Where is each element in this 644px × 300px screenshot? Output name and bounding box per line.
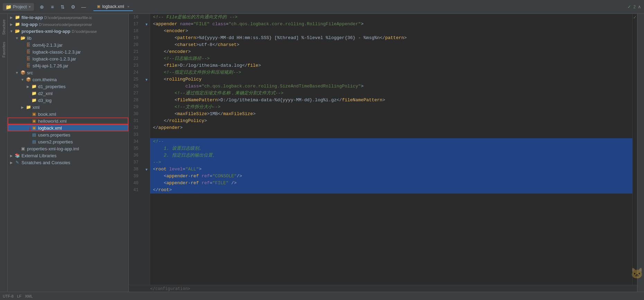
editor-right-gutter: ✓ (632, 14, 637, 285)
gutter-fold-25[interactable]: ▼ (143, 76, 150, 83)
gutter-31 (143, 118, 150, 124)
code-editor: 16 17 18 19 20 21 22 23 24 25 26 27 28 2… (129, 14, 637, 292)
check-icon: ✓ (627, 4, 631, 9)
gutter-26 (143, 83, 150, 90)
tab-close-button[interactable]: × (127, 4, 129, 9)
tree-item-helloworld-xml[interactable]: ▣ helloworld.xml ↓ (8, 118, 128, 124)
line-num-23: 23 (129, 62, 140, 69)
tree-item-users2-properties[interactable]: ▤ users2.properties (8, 138, 128, 145)
tree-label: book.xml (38, 112, 56, 117)
add-button[interactable]: ⊕ (37, 2, 46, 11)
project-dropdown[interactable]: 📁 Project ▼ (3, 3, 34, 11)
tree-label: slf4j-api-1.7.26.jar (33, 63, 68, 68)
list-button[interactable]: ≡ (48, 2, 57, 11)
code-line-24: <!--指定日志文件拆分和压缩规则--> (150, 69, 632, 76)
bottom-code-preview: </configuration> (150, 286, 190, 291)
tree-item-d1-properties[interactable]: 📁 d1_properties (8, 83, 128, 90)
settings-button[interactable]: ⚙ (69, 2, 78, 11)
tree-item-xml-folder[interactable]: 📁 xml (8, 104, 128, 111)
favorites-tab[interactable]: Favorites (1, 39, 7, 60)
folder-icon: 📁 (31, 84, 37, 89)
jar-icon: 🗄 (26, 56, 31, 62)
tree-item-com-itheima[interactable]: 📦 com.itheima (8, 76, 128, 83)
project-sidebar: 📁 file-io-app D:\code\javasepromax\file-… (8, 14, 129, 292)
gutter-fold-17[interactable]: ▼ (143, 21, 150, 28)
tree-item-properties-xml-log-app[interactable]: 📂 properties-xml-log-app D:\code\javase (8, 28, 128, 35)
toolbar: 📁 Project ▼ ⊕ ≡ ⇅ ⚙ — ▣ logback.xml × ✓ … (0, 0, 644, 14)
line-num-28: 28 (129, 97, 140, 104)
chevron-icon (9, 29, 14, 33)
tree-item-log-app[interactable]: 📁 log-app D:\resource\code\javasepromar (8, 21, 128, 28)
editor-gutter: ▼ ▼ (143, 14, 150, 285)
sort-button[interactable]: ⇅ (58, 2, 67, 11)
chevron-icon (15, 36, 19, 40)
tree-label: users.properties (38, 132, 70, 138)
code-line-20: <charset>utf-8</charset> (150, 41, 632, 48)
folder-icon: 📁 (6, 4, 11, 10)
tab-logback-xml[interactable]: ▣ logback.xml × (93, 3, 133, 11)
tree-item-slf4j-api[interactable]: 🗄 slf4j-api-1.7.26.jar (8, 62, 128, 69)
chevron-down-icon: ▼ (28, 5, 31, 9)
tree-item-logback-classic[interactable]: 🗄 logback-classic-1.2.3.jar (8, 48, 128, 55)
gutter-30 (143, 111, 150, 118)
structure-tab[interactable]: Structure (1, 17, 7, 38)
app-window: 📁 Project ▼ ⊕ ≡ ⇅ ⚙ — ▣ logback.xml × ✓ … (0, 0, 644, 300)
left-edge-tabs: Structure Favorites (0, 14, 8, 292)
tree-item-lib[interactable]: 📂 lib (8, 35, 128, 41)
chevron-icon (20, 78, 25, 82)
gutter-36 (143, 152, 150, 159)
tree-item-d2-xml[interactable]: 📁 d2_xml (8, 90, 128, 97)
gutter-32 (143, 124, 150, 131)
tree-label: src (27, 70, 33, 75)
line-num-30: 30 (129, 111, 140, 118)
code-content[interactable]: <!-- File是输出的方向通向文件的 --> <appender name=… (150, 14, 632, 285)
code-line-28: <fileNamePattern>D:/log/itheima-data-%d{… (150, 97, 632, 104)
tree-item-d3-log[interactable]: 📁 d3_log (8, 97, 128, 104)
jar-icon: 🗄 (26, 63, 31, 68)
chevron-icon (9, 154, 14, 158)
code-line-40: <appender-ref ref="FILE" /> (150, 180, 632, 187)
code-line-30: <maxFileSize>1MB</maxFileSize> (150, 111, 632, 118)
code-line-32: </appender> (150, 124, 632, 131)
gutter-27 (143, 90, 150, 97)
folder-icon: 📁 (31, 97, 37, 103)
line-num-31: 31 (129, 118, 140, 124)
code-line-18: <encoder> (150, 28, 632, 35)
tree-item-iml[interactable]: ▣ properties-xml-log-app.iml (8, 145, 128, 152)
line-num-34: 34 (129, 138, 140, 145)
line-num-17: 17 (129, 21, 140, 28)
tree-item-logback-core[interactable]: 🗄 logback-core-1.2.3.jar (8, 55, 128, 62)
tree-item-book-xml[interactable]: ▣ book.xml (8, 111, 128, 118)
tree-label: com.itheima (33, 77, 57, 82)
gutter-39 (143, 173, 150, 180)
tree-item-file-io-app[interactable]: 📁 file-io-app D:\code\javasepromax\file-… (8, 14, 128, 21)
tree-item-external-libraries[interactable]: 📚 External Libraries (8, 152, 128, 159)
xml-icon: ▣ (31, 111, 37, 117)
editor-tabs: ▣ logback.xml × (93, 3, 625, 11)
minimize-button[interactable]: — (79, 2, 88, 11)
tree-item-dom4j[interactable]: 🗄 dom4j-2.1.3.jar (8, 41, 128, 48)
status-text: UTF-8 (3, 294, 13, 298)
tree-label: Scratches and Consoles (21, 160, 70, 165)
code-line-22: <!--日志输出路径--> (150, 55, 632, 62)
tree-label: logback-core-1.2.3.jar (33, 56, 76, 62)
bottom-status-bar: UTF-8 LF XML (0, 292, 644, 300)
code-line-37: --> (150, 159, 632, 166)
tree-item-src[interactable]: 📦 src (8, 69, 128, 76)
tree-item-users-properties[interactable]: ▤ users.properties (8, 131, 128, 138)
tree-item-logback-xml[interactable]: ▣ logback.xml (8, 124, 128, 131)
error-indicator: ✓ (633, 15, 637, 20)
gutter-16 (143, 14, 150, 21)
tree-item-scratches[interactable]: ✎ Scratches and Consoles (8, 159, 128, 166)
line-num-41: 41 (129, 187, 140, 194)
code-line-33 (150, 131, 632, 138)
code-line-29: <!--文件拆分大小--> (150, 104, 632, 111)
chevron-icon (26, 85, 30, 88)
code-line-16: <!-- File是输出的方向通向文件的 --> (150, 14, 632, 21)
gutter-fold-38[interactable]: ▼ (143, 166, 150, 173)
gutter-21 (143, 48, 150, 55)
properties-icon: ▤ (31, 139, 37, 144)
folder-icon: 📂 (20, 35, 26, 41)
gutter-37 (143, 159, 150, 166)
scratches-icon: ✎ (15, 160, 20, 165)
